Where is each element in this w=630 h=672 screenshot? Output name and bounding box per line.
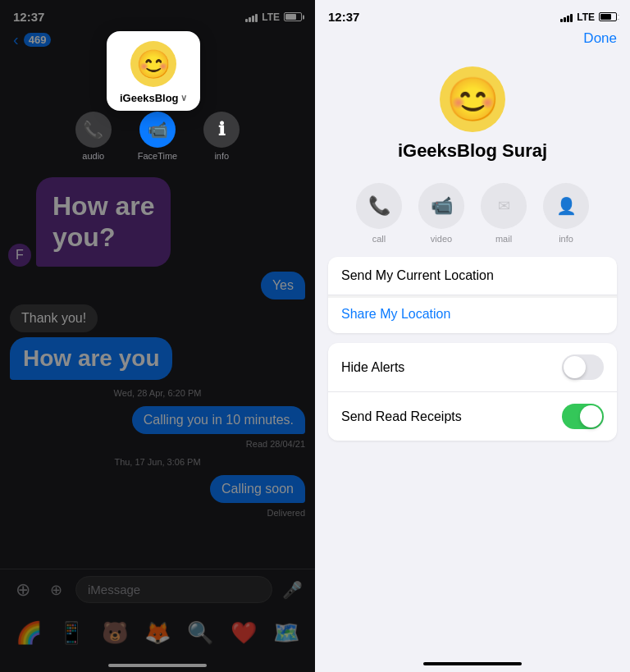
right-time: 12:37 — [328, 10, 359, 24]
toggle-knob — [564, 356, 586, 378]
right-signal-icon — [560, 12, 573, 22]
audio-action[interactable]: 📞 audio — [75, 112, 112, 161]
right-status-icons: LTE — [560, 11, 617, 23]
mail-action[interactable]: ✉ mail — [481, 183, 527, 244]
popup-avatar: 😊 — [130, 41, 176, 87]
audio-icon: 📞 — [75, 112, 112, 148]
facetime-action[interactable]: 📹 FaceTime — [138, 112, 178, 161]
share-location-label: Share My Location — [341, 307, 450, 322]
info-icon: ℹ — [203, 112, 240, 148]
right-nav: Done — [315, 27, 630, 53]
info-label-right: info — [559, 234, 573, 244]
left-panel: 12:37 LTE ‹ 469 😊 iGeeksBlog ∨ — [0, 0, 315, 672]
mail-label: mail — [495, 234, 512, 244]
send-location-row[interactable]: Send My Current Location — [328, 257, 617, 295]
call-label: call — [372, 234, 386, 244]
contact-popup[interactable]: 😊 iGeeksBlog ∨ — [107, 31, 200, 111]
right-home-indicator — [423, 662, 522, 665]
contact-section: 😊 iGeeksBlog Suraj — [315, 53, 630, 183]
hide-alerts-label: Hide Alerts — [341, 360, 404, 375]
done-button[interactable]: Done — [583, 30, 617, 47]
contact-name: iGeeksBlog Suraj — [398, 140, 547, 162]
location-card: Send My Current Location Share My Locati… — [328, 257, 617, 333]
popup-chevron-icon: ∨ — [180, 93, 187, 103]
facetime-icon: 📹 — [139, 112, 176, 148]
facetime-label: FaceTime — [138, 151, 178, 161]
right-panel: 12:37 LTE Done 😊 iGeeksBlog Suraj 📞 call — [315, 0, 630, 672]
right-lte-label: LTE — [577, 11, 595, 23]
popup-name: iGeeksBlog ∨ — [120, 92, 187, 104]
right-action-row: 📞 call 📹 video ✉ mail 👤 info — [315, 183, 630, 257]
contact-avatar: 😊 — [440, 66, 505, 132]
send-location-label: Send My Current Location — [341, 268, 494, 283]
info-person-icon: 👤 — [543, 183, 589, 229]
call-icon: 📞 — [356, 183, 402, 229]
mail-icon: ✉ — [481, 183, 527, 229]
toggle-knob-2 — [580, 405, 602, 427]
share-location-row[interactable]: Share My Location — [328, 295, 617, 333]
video-label: video — [431, 234, 452, 244]
audio-label: audio — [82, 151, 104, 161]
info-action[interactable]: ℹ info — [203, 112, 240, 161]
info-action-right[interactable]: 👤 info — [543, 183, 589, 244]
hide-alerts-toggle[interactable] — [562, 354, 604, 380]
read-receipts-label: Send Read Receipts — [341, 409, 462, 424]
video-icon: 📹 — [418, 183, 464, 229]
hide-alerts-row: Hide Alerts — [328, 343, 617, 392]
video-action[interactable]: 📹 video — [418, 183, 464, 244]
settings-card: Hide Alerts Send Read Receipts — [328, 343, 617, 441]
right-battery-icon — [599, 12, 617, 21]
info-label: info — [214, 151, 229, 161]
read-receipts-toggle[interactable] — [562, 404, 604, 429]
call-action[interactable]: 📞 call — [356, 183, 402, 244]
read-receipts-row: Send Read Receipts — [328, 392, 617, 441]
right-status-bar: 12:37 LTE — [315, 0, 630, 27]
action-row: 📞 audio 📹 FaceTime ℹ info — [0, 105, 315, 171]
